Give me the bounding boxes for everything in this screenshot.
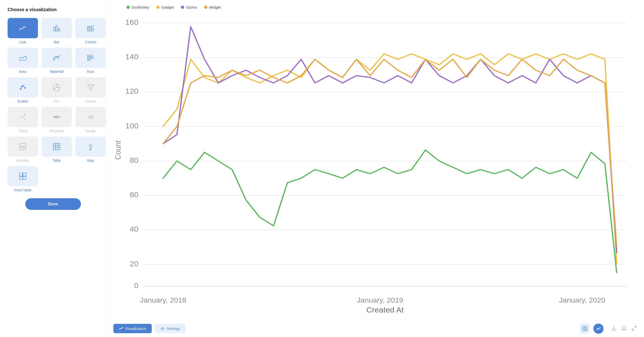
svg-text:40: 40 — [130, 225, 139, 233]
viz-icon-box-map[interactable] — [75, 136, 106, 157]
viz-label-scatter: Scatter — [17, 99, 28, 103]
svg-text:20: 20 — [130, 260, 139, 268]
viz-label-trend: Trend — [18, 129, 27, 133]
viz-item-combo[interactable]: Combo — [75, 18, 106, 44]
toolbar-right — [580, 324, 637, 334]
svg-text:100: 100 — [125, 122, 138, 130]
viz-label-pivot: Pivot Table — [14, 188, 31, 192]
viz-item-row[interactable]: Row — [75, 48, 106, 74]
viz-label-row: Row — [87, 70, 94, 74]
viz-item-bar[interactable]: Bar — [41, 18, 72, 44]
viz-label-number: Number — [16, 158, 29, 163]
svg-text:120: 120 — [125, 87, 138, 95]
viz-item-scatter[interactable]: Scatter — [8, 77, 38, 103]
viz-icon-box-area[interactable] — [8, 48, 38, 68]
bell-icon[interactable] — [621, 325, 627, 332]
svg-text:Count: Count — [114, 140, 122, 160]
toolbar-icons — [611, 325, 637, 332]
viz-item-waterfall[interactable]: Waterfall — [41, 48, 72, 74]
svg-point-37 — [90, 149, 91, 150]
svg-rect-2 — [58, 28, 60, 31]
svg-rect-38 — [19, 173, 23, 176]
svg-rect-31 — [53, 143, 60, 150]
svg-point-36 — [89, 145, 92, 147]
legend-label-gadget: Gadget — [161, 5, 174, 9]
viz-item-gauge: Gauge — [75, 107, 106, 133]
legend-item-gizmo: Gizmo — [181, 5, 197, 9]
line-view-button[interactable] — [593, 324, 604, 334]
viz-label-waterfall: Waterfall — [50, 70, 64, 74]
expand-icon[interactable] — [631, 325, 637, 332]
svg-text:January, 2019: January, 2019 — [357, 296, 403, 304]
legend-dot-gizmo — [181, 6, 184, 9]
viz-icon-box-waterfall[interactable] — [41, 48, 72, 68]
svg-text:140: 140 — [125, 53, 138, 61]
done-button[interactable]: Done — [25, 198, 81, 210]
table-view-button[interactable] — [580, 324, 590, 334]
svg-rect-14 — [88, 57, 94, 58]
viz-label-progress: Progress — [50, 129, 64, 133]
svg-rect-40 — [19, 176, 23, 180]
viz-item-pie: Pie — [41, 77, 72, 103]
viz-item-area[interactable]: Area — [8, 48, 38, 74]
viz-item-pivot[interactable]: Pivot Table — [8, 166, 38, 192]
svg-rect-15 — [88, 59, 91, 61]
svg-rect-5 — [92, 28, 94, 31]
chart-legend: Doohickey Gadget Gizmo Widget — [126, 5, 636, 9]
viz-icon-box-pivot[interactable] — [8, 166, 38, 186]
line-chart-svg: 0 20 40 60 80 100 120 140 160 Count Janu… — [114, 14, 636, 313]
viz-item-line[interactable]: Line — [8, 18, 38, 44]
viz-label-map: Map — [87, 158, 94, 163]
viz-icon-box-table[interactable] — [41, 136, 72, 157]
legend-label-widget: Widget — [209, 5, 221, 9]
svg-point-65 — [162, 328, 163, 329]
legend-dot-widget — [204, 6, 207, 9]
viz-icon-box-gauge — [75, 107, 106, 127]
viz-item-number: 100 Number — [8, 136, 38, 163]
svg-rect-0 — [54, 27, 55, 31]
svg-rect-7 — [55, 56, 57, 58]
svg-rect-13 — [88, 55, 92, 56]
viz-item-table[interactable]: Table — [41, 136, 72, 163]
viz-icon-box-funnel — [75, 77, 106, 97]
viz-item-map[interactable]: Map — [75, 136, 106, 163]
panel-title: Choose a visualization — [8, 7, 98, 12]
viz-label-combo: Combo — [85, 40, 96, 44]
svg-point-17 — [22, 86, 24, 87]
svg-point-26 — [56, 116, 58, 118]
viz-label-gauge: Gauge — [85, 129, 96, 133]
viz-icon-box-pie — [41, 77, 72, 97]
right-panel: Doohickey Gadget Gizmo Widget — [106, 0, 644, 337]
viz-label-table: Table — [52, 158, 61, 163]
svg-line-28 — [91, 116, 92, 118]
left-panel: Choose a visualization Line Bar — [0, 0, 106, 337]
svg-point-19 — [23, 85, 25, 86]
svg-text:160: 160 — [125, 18, 138, 26]
svg-text:80: 80 — [130, 156, 139, 164]
svg-point-18 — [24, 87, 26, 89]
svg-rect-3 — [88, 28, 89, 31]
visualization-label: Visualization — [125, 326, 146, 331]
svg-rect-6 — [53, 58, 55, 60]
svg-point-20 — [21, 86, 22, 88]
visualization-button[interactable]: Visualization — [113, 324, 152, 333]
viz-icon-box-bar[interactable] — [41, 18, 72, 38]
bottom-toolbar: Visualization Settings — [106, 320, 644, 337]
legend-dot-gadget — [156, 6, 160, 9]
svg-line-23 — [24, 118, 26, 120]
download-icon[interactable] — [611, 325, 617, 332]
viz-icon-box-scatter[interactable] — [8, 77, 38, 97]
viz-label-funnel: Funnel — [85, 99, 96, 103]
settings-button[interactable]: Settings — [155, 324, 186, 333]
viz-icon-box-combo[interactable] — [75, 18, 106, 38]
viz-icon-box-line[interactable] — [8, 18, 38, 38]
viz-icon-box-progress — [41, 107, 72, 127]
svg-rect-66 — [583, 326, 587, 331]
viz-icon-box-row[interactable] — [75, 48, 106, 68]
svg-text:60: 60 — [130, 191, 139, 199]
legend-label-doohickey: Doohickey — [132, 5, 149, 9]
svg-rect-4 — [90, 27, 91, 31]
svg-text:0: 0 — [134, 282, 138, 290]
legend-label-gizmo: Gizmo — [186, 5, 197, 9]
svg-rect-41 — [23, 176, 26, 180]
